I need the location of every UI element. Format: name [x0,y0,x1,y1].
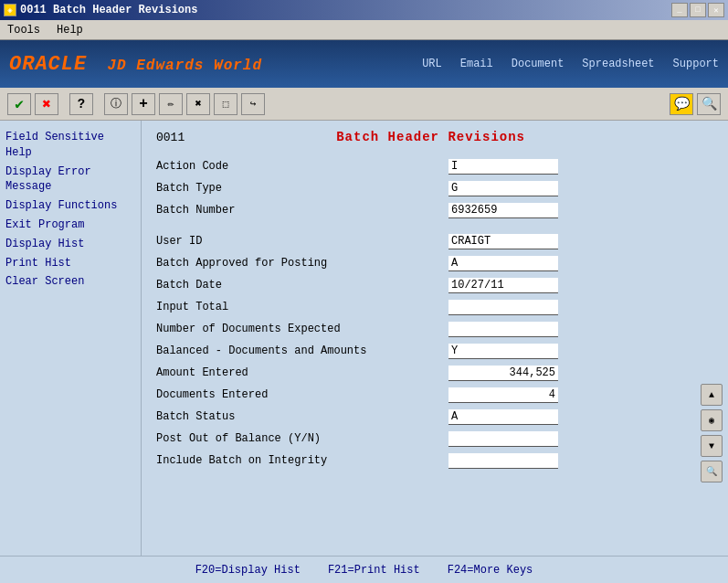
scroll-buttons: ▲ ◉ ▼ 🔍 [701,384,723,482]
form-batch-id: 0011 [156,131,185,144]
label-input-total: Input Total [156,301,448,313]
scroll-down-button[interactable]: ▼ [701,435,723,457]
sidebar-item-field-sensitive-help[interactable]: Field Sensitive Help [5,128,135,163]
chat-button[interactable]: 💬 [670,93,693,115]
form-row-batch-approved: Batch Approved for Posting [156,254,713,272]
oracle-logo: ORACLE JD Edwards World [9,53,262,76]
form-row-num-docs-expected: Number of Documents Expected [156,320,713,338]
main-area: Field Sensitive Help Display Error Messa… [0,121,728,556]
form-row-action-code: Action Code [156,157,713,175]
input-batch-date[interactable] [448,278,558,293]
form-row-include-batch: Include Batch on Integrity [156,451,713,470]
status-f21[interactable]: F21=Print Hist [328,564,420,577]
label-batch-number: Batch Number [156,204,448,217]
label-balanced: Balanced - Documents and Amounts [156,344,448,357]
scroll-up-button[interactable]: ▲ [701,384,723,406]
input-balanced[interactable] [448,344,558,359]
input-user-id[interactable] [448,234,558,249]
input-batch-approved[interactable] [448,256,558,271]
zoom-button[interactable]: 🔍 [701,461,723,482]
search-toolbar-button[interactable]: 🔍 [697,93,721,115]
form-row-amount-entered: Amount Entered [156,364,713,382]
menu-tools[interactable]: Tools [4,22,44,38]
form-row-documents-entered: Documents Entered [156,386,713,404]
nav-email[interactable]: Email [460,58,493,70]
sidebar-item-clear-screen[interactable]: Clear Screen [5,272,135,292]
title-bar: ◈ 0011 Batch Header Revisions _ □ ✕ [0,0,728,20]
form-area: 0011 Batch Header Revisions Action Code … [142,121,728,556]
label-documents-entered: Documents Entered [156,388,448,401]
help-button[interactable]: ? [69,93,93,115]
status-bar: F20=Display Hist F21=Print Hist F24=More… [0,556,728,583]
app-icon: ◈ [4,4,16,16]
input-batch-type[interactable] [448,181,558,196]
sidebar-item-exit-program[interactable]: Exit Program [5,216,135,235]
form-row-batch-type: Batch Type [156,179,713,197]
minimize-button[interactable]: _ [671,3,688,17]
label-post-out-of-balance: Post Out of Balance (Y/N) [156,432,448,445]
form-header: 0011 Batch Header Revisions [156,130,713,144]
form-row-batch-date: Batch Date [156,276,713,294]
form-row-post-out-of-balance: Post Out of Balance (Y/N) [156,429,713,448]
banner-nav: URL Email Document Spreadsheet Support [422,58,719,70]
check-button[interactable]: ✔ [7,93,31,115]
form-row-balanced: Balanced - Documents and Amounts [156,342,713,360]
close-button[interactable]: ✕ [708,3,724,17]
export-button[interactable]: ↪ [241,93,265,115]
status-f24[interactable]: F24=More Keys [448,564,533,577]
delete-button[interactable]: ✖ [186,93,210,115]
maximize-button[interactable]: □ [690,3,706,17]
window-title: 0011 Batch Header Revisions [20,4,197,16]
label-user-id: User ID [156,235,448,248]
input-amount-entered[interactable] [448,366,558,381]
input-batch-status[interactable] [448,409,558,425]
sidebar-item-display-functions[interactable]: Display Functions [5,196,135,216]
input-action-code[interactable] [448,159,558,175]
x-button[interactable]: ✖ [35,93,58,115]
sidebar-item-display-hist[interactable]: Display Hist [5,235,135,254]
form-row-batch-number: Batch Number [156,201,713,219]
input-input-total[interactable] [448,300,558,315]
nav-support[interactable]: Support [673,58,719,70]
oracle-banner: ORACLE JD Edwards World URL Email Docume… [0,40,728,88]
nav-document[interactable]: Document [512,58,564,70]
label-batch-status: Batch Status [156,410,448,423]
label-batch-type: Batch Type [156,182,448,195]
scroll-mid-button[interactable]: ◉ [701,409,723,431]
nav-spreadsheet[interactable]: Spreadsheet [582,58,654,70]
status-f20[interactable]: F20=Display Hist [195,564,301,577]
input-post-out-of-balance[interactable] [448,431,558,447]
label-action-code: Action Code [156,160,448,173]
info-button[interactable]: ⓘ [104,93,128,115]
form-row-user-id: User ID [156,232,713,250]
menu-help[interactable]: Help [53,22,87,38]
jde-text: JD Edwards World [107,58,262,74]
label-num-docs-expected: Number of Documents Expected [156,323,448,335]
input-documents-entered[interactable] [448,387,558,403]
menu-bar: Tools Help [0,20,728,40]
form-row-input-total: Input Total [156,298,713,316]
input-include-batch[interactable] [448,453,558,469]
label-batch-date: Batch Date [156,279,448,292]
sidebar-item-print-hist[interactable]: Print Hist [5,254,135,273]
label-amount-entered: Amount Entered [156,366,448,379]
label-include-batch: Include Batch on Integrity [156,454,448,467]
form-title: Batch Header Revisions [336,130,525,144]
label-batch-approved: Batch Approved for Posting [156,257,448,270]
sidebar-item-display-error-message[interactable]: Display Error Message [5,163,135,197]
toolbar: ✔ ✖ ? ⓘ + ✏ ✖ ⬚ ↪ 💬 🔍 [0,88,728,121]
edit-button[interactable]: ✏ [159,93,183,115]
copy-button[interactable]: ⬚ [214,93,237,115]
input-batch-number[interactable] [448,203,558,218]
sidebar: Field Sensitive Help Display Error Messa… [0,121,142,556]
add-button[interactable]: + [132,93,155,115]
form-row-batch-status: Batch Status [156,408,713,426]
input-num-docs-expected[interactable] [448,322,558,337]
nav-url[interactable]: URL [422,58,442,70]
